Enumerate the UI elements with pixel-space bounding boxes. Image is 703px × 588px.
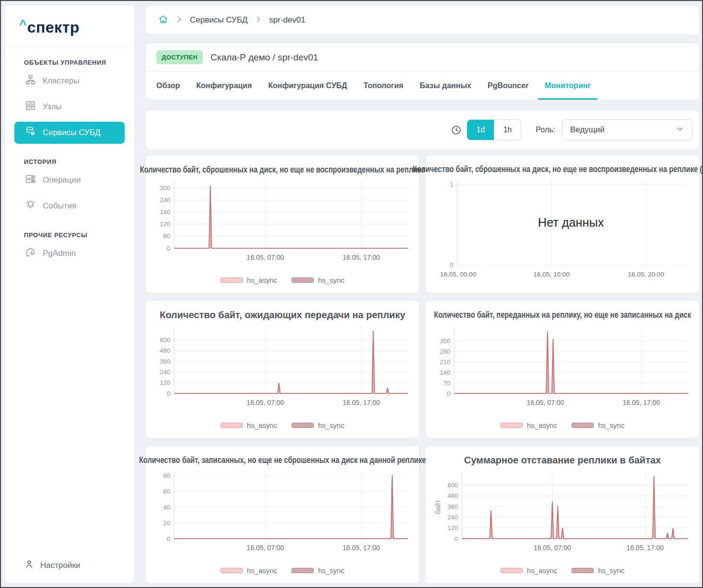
status-row: ДОСТУПЕН Скала-Р демо / spr-dev01	[146, 43, 699, 71]
svg-text:70: 70	[444, 380, 450, 387]
svg-text:240: 240	[160, 196, 170, 204]
sidebar-section-history: ИСТОРИЯ Операции События	[5, 155, 134, 219]
chevron-right-icon	[255, 16, 262, 25]
sidebar-item-events[interactable]: События	[14, 193, 125, 219]
chart-card-sent-not-written: Количество байт, переданных на реплику, …	[426, 300, 699, 438]
legend-item-hs_sync[interactable]: hs_sync	[292, 421, 344, 429]
sidebar-item-label: Узлы	[43, 102, 62, 112]
svg-text:480: 480	[160, 347, 170, 354]
tab-databases[interactable]: Базы данных	[420, 72, 471, 100]
tab-monitoring[interactable]: Мониторинг	[545, 72, 591, 100]
chart-title: Количество байт, сброшенных на диск, но …	[173, 163, 391, 176]
svg-text:0: 0	[455, 535, 458, 542]
legend-label: hs_sync	[318, 276, 344, 284]
svg-text:0: 0	[447, 390, 450, 397]
legend-swatch	[221, 568, 243, 573]
role-label: Роль:	[536, 126, 555, 134]
svg-text:120: 120	[447, 524, 458, 531]
legend-item-hs_async[interactable]: hs_async	[221, 276, 277, 284]
chart-legend: hs_asynchs_sync	[221, 276, 344, 284]
svg-text:120: 120	[160, 379, 170, 386]
chart-legend: hs_asynchs_sync	[501, 566, 624, 575]
legend-item-hs_sync[interactable]: hs_sync	[572, 421, 624, 429]
svg-text:0: 0	[167, 390, 170, 397]
bell-icon	[25, 199, 36, 213]
legend-swatch	[572, 423, 594, 428]
chart-plot: 012024036048060016.05, 07:0016.05, 17:00…	[433, 467, 692, 558]
monitoring-controls: 1d 1h Роль: Ведущий	[146, 110, 699, 150]
tab-overview[interactable]: Обзор	[156, 72, 180, 100]
app-logo[interactable]: ^спектр	[5, 5, 134, 46]
sidebar-item-operations[interactable]: Операции	[14, 167, 125, 193]
svg-text:16.05, 17:00: 16.05, 17:00	[342, 399, 380, 406]
legend-swatch	[221, 423, 243, 428]
charts-grid: Количество байт, сброшенных на диск, но …	[146, 155, 699, 583]
chart-legend: hs_asynchs_sync	[221, 566, 344, 575]
sidebar-item-settings[interactable]: Настройки	[5, 559, 134, 583]
svg-text:360: 360	[160, 358, 170, 365]
breadcrumb-item-services[interactable]: Сервисы СУБД	[190, 15, 247, 25]
tab-topology[interactable]: Топология	[363, 72, 403, 100]
svg-text:350: 350	[440, 337, 450, 345]
chart-plot: 02040608016.05, 07:0016.05, 17:00	[153, 467, 412, 558]
legend-item-hs_async[interactable]: hs_async	[221, 421, 277, 429]
chart-legend: hs_asynchs_sync	[221, 421, 344, 429]
svg-text:60: 60	[164, 488, 170, 495]
svg-text:80: 80	[164, 472, 170, 479]
svg-text:480: 480	[447, 492, 458, 499]
home-icon[interactable]	[158, 14, 168, 26]
sidebar-item-dbms-services[interactable]: Сервисы СУБД	[14, 122, 125, 144]
chart-card-total-replica-lag: Суммарное отставание реплики в байтах 01…	[426, 446, 699, 583]
chart-plot: 07014021028035016.05, 07:0016.05, 17:00	[433, 322, 692, 413]
legend-swatch	[292, 568, 314, 573]
legend-item-hs_sync[interactable]: hs_sync	[292, 276, 344, 284]
svg-text:120: 120	[160, 220, 170, 228]
sidebar-section-other: ПРОЧИЕ РЕСУРСЫ PgAdmin	[5, 229, 134, 266]
tab-pgbouncer[interactable]: PgBouncer	[488, 72, 528, 100]
svg-text:1: 1	[450, 181, 453, 188]
logo-caret-icon: ^	[19, 17, 27, 32]
tab-configuration[interactable]: Конфигурация	[196, 72, 252, 100]
range-1d-button[interactable]: 1d	[467, 120, 494, 140]
chart-card-flushed-not-replayed: Количество байт, сброшенных на диск, но …	[146, 155, 419, 293]
role-select[interactable]: Ведущий	[562, 119, 692, 140]
tab-dbms-configuration[interactable]: Конфигурация СУБД	[268, 72, 347, 100]
svg-text:0: 0	[450, 262, 453, 269]
legend-swatch	[221, 277, 243, 283]
chart-plot: 06012018024030016.05, 07:0016.05, 17:00	[153, 176, 412, 267]
svg-text:240: 240	[160, 369, 170, 376]
sidebar-item-label: События	[43, 201, 76, 211]
svg-text:0: 0	[167, 245, 170, 252]
sidebar-item-nodes[interactable]: Узлы	[14, 94, 125, 120]
sidebar-item-clusters[interactable]: Кластеры	[14, 68, 125, 94]
legend-label: hs_async	[247, 421, 277, 429]
svg-text:180: 180	[160, 208, 170, 216]
svg-text:16.05, 07:00: 16.05, 07:00	[534, 544, 571, 552]
svg-text:16.05, 07:00: 16.05, 07:00	[246, 254, 284, 261]
range-1h-button[interactable]: 1h	[494, 120, 521, 140]
sidebar-item-label: PgAdmin	[43, 249, 76, 258]
cluster-icon	[25, 74, 36, 88]
time-range-toggle: 1d 1h	[467, 119, 521, 140]
legend-item-hs_sync[interactable]: hs_sync	[292, 566, 344, 575]
svg-text:360: 360	[447, 503, 458, 510]
sidebar-section-label: ПРОЧИЕ РЕСУРСЫ	[5, 229, 134, 241]
svg-text:16.05, 07:00: 16.05, 07:00	[527, 399, 564, 406]
chevron-right-icon	[176, 16, 183, 25]
sidebar: ^спектр ОБЪЕКТЫ УПРАВЛЕНИЯ Кластеры Узлы…	[5, 5, 134, 583]
legend-item-hs_async[interactable]: hs_async	[221, 566, 277, 575]
legend-item-hs_async[interactable]: hs_async	[501, 566, 557, 575]
legend-swatch	[501, 423, 523, 428]
no-data-text: Нет данных	[538, 216, 604, 229]
chart-title: Количество байт, сброшенных на диск, но …	[453, 163, 671, 176]
chart-title: Суммарное отставание реплики в байтах	[464, 453, 661, 467]
sidebar-section-label: ИСТОРИЯ	[5, 155, 134, 167]
svg-text:16.05, 17:00: 16.05, 17:00	[622, 399, 660, 406]
svg-text:300: 300	[160, 184, 170, 192]
service-header: ДОСТУПЕН Скала-Р демо / spr-dev01 Обзор …	[146, 43, 699, 100]
legend-item-hs_async[interactable]: hs_async	[501, 421, 557, 429]
legend-item-hs_sync[interactable]: hs_sync	[572, 566, 624, 575]
svg-text:0: 0	[167, 535, 170, 542]
operations-icon	[25, 173, 36, 187]
sidebar-item-pgadmin[interactable]: PgAdmin	[14, 241, 125, 266]
